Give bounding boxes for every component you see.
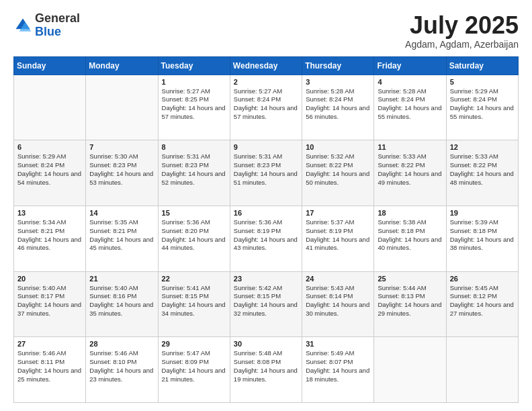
calendar-cell: 2Sunrise: 5:27 AMSunset: 8:24 PMDaylight…	[230, 75, 302, 140]
page: General Blue July 2025 Agdam, Agdam, Aze…	[0, 0, 532, 411]
col-monday: Monday	[86, 56, 158, 75]
day-info: Sunrise: 5:32 AMSunset: 8:22 PMDaylight:…	[306, 152, 370, 187]
calendar-cell: 16Sunrise: 5:36 AMSunset: 8:19 PMDayligh…	[230, 205, 302, 271]
calendar-cell: 26Sunrise: 5:45 AMSunset: 8:12 PMDayligh…	[446, 271, 518, 337]
day-number: 6	[17, 143, 82, 151]
day-number: 13	[17, 209, 82, 217]
calendar-cell: 20Sunrise: 5:40 AMSunset: 8:17 PMDayligh…	[14, 271, 86, 337]
day-info: Sunrise: 5:35 AMSunset: 8:21 PMDaylight:…	[89, 218, 154, 253]
day-info: Sunrise: 5:30 AMSunset: 8:23 PMDaylight:…	[89, 152, 154, 187]
col-friday: Friday	[374, 56, 446, 75]
day-info: Sunrise: 5:46 AMSunset: 8:10 PMDaylight:…	[89, 349, 154, 383]
calendar-cell: 4Sunrise: 5:28 AMSunset: 8:24 PMDaylight…	[374, 75, 446, 140]
day-info: Sunrise: 5:48 AMSunset: 8:08 PMDaylight:…	[234, 349, 298, 383]
logo: General Blue	[13, 12, 80, 39]
calendar-cell: 30Sunrise: 5:48 AMSunset: 8:08 PMDayligh…	[230, 337, 302, 403]
col-saturday: Saturday	[446, 56, 518, 75]
day-info: Sunrise: 5:46 AMSunset: 8:11 PMDaylight:…	[17, 349, 82, 383]
day-number: 31	[306, 340, 370, 348]
day-number: 14	[89, 209, 154, 217]
calendar-cell	[446, 337, 518, 403]
calendar-week-row: 1Sunrise: 5:27 AMSunset: 8:25 PMDaylight…	[14, 75, 519, 140]
calendar-cell: 15Sunrise: 5:36 AMSunset: 8:20 PMDayligh…	[158, 205, 230, 271]
day-info: Sunrise: 5:29 AMSunset: 8:24 PMDaylight:…	[450, 87, 515, 122]
col-sunday: Sunday	[14, 56, 86, 75]
calendar-cell: 8Sunrise: 5:31 AMSunset: 8:23 PMDaylight…	[158, 140, 230, 206]
day-number: 26	[450, 275, 515, 283]
day-number: 24	[306, 275, 370, 283]
calendar-cell: 24Sunrise: 5:43 AMSunset: 8:14 PMDayligh…	[302, 271, 374, 337]
calendar-cell: 14Sunrise: 5:35 AMSunset: 8:21 PMDayligh…	[86, 205, 158, 271]
day-info: Sunrise: 5:38 AMSunset: 8:18 PMDaylight:…	[378, 218, 442, 253]
day-number: 7	[89, 143, 154, 151]
day-info: Sunrise: 5:40 AMSunset: 8:17 PMDaylight:…	[17, 284, 82, 318]
calendar-cell: 17Sunrise: 5:37 AMSunset: 8:19 PMDayligh…	[302, 205, 374, 271]
calendar-cell: 12Sunrise: 5:33 AMSunset: 8:22 PMDayligh…	[446, 140, 518, 206]
day-number: 1	[162, 78, 226, 86]
day-number: 2	[234, 78, 298, 86]
day-number: 19	[450, 209, 515, 217]
day-info: Sunrise: 5:33 AMSunset: 8:22 PMDaylight:…	[450, 152, 515, 187]
calendar-cell: 10Sunrise: 5:32 AMSunset: 8:22 PMDayligh…	[302, 140, 374, 206]
day-info: Sunrise: 5:39 AMSunset: 8:18 PMDaylight:…	[450, 218, 515, 253]
calendar-cell: 27Sunrise: 5:46 AMSunset: 8:11 PMDayligh…	[14, 337, 86, 403]
day-info: Sunrise: 5:36 AMSunset: 8:20 PMDaylight:…	[162, 218, 226, 253]
calendar-cell	[374, 337, 446, 403]
day-info: Sunrise: 5:31 AMSunset: 8:23 PMDaylight:…	[234, 152, 298, 187]
day-number: 4	[378, 78, 442, 86]
day-info: Sunrise: 5:28 AMSunset: 8:24 PMDaylight:…	[306, 87, 370, 122]
calendar-cell: 5Sunrise: 5:29 AMSunset: 8:24 PMDaylight…	[446, 75, 518, 140]
month-title: July 2025	[405, 12, 519, 39]
day-info: Sunrise: 5:40 AMSunset: 8:16 PMDaylight:…	[89, 284, 154, 318]
day-info: Sunrise: 5:27 AMSunset: 8:25 PMDaylight:…	[162, 87, 226, 122]
day-number: 16	[234, 209, 298, 217]
day-info: Sunrise: 5:36 AMSunset: 8:19 PMDaylight:…	[234, 218, 298, 253]
day-number: 3	[306, 78, 370, 86]
day-number: 27	[17, 340, 82, 348]
calendar-week-row: 13Sunrise: 5:34 AMSunset: 8:21 PMDayligh…	[14, 205, 519, 271]
calendar-cell: 31Sunrise: 5:49 AMSunset: 8:07 PMDayligh…	[302, 337, 374, 403]
calendar-cell: 3Sunrise: 5:28 AMSunset: 8:24 PMDaylight…	[302, 75, 374, 140]
day-number: 23	[234, 275, 298, 283]
day-number: 30	[234, 340, 298, 348]
day-info: Sunrise: 5:41 AMSunset: 8:15 PMDaylight:…	[162, 284, 226, 318]
logo-general-text: General	[35, 11, 80, 25]
day-number: 21	[89, 275, 154, 283]
calendar-cell: 28Sunrise: 5:46 AMSunset: 8:10 PMDayligh…	[86, 337, 158, 403]
day-number: 22	[162, 275, 226, 283]
day-number: 18	[378, 209, 442, 217]
calendar-cell: 1Sunrise: 5:27 AMSunset: 8:25 PMDaylight…	[158, 75, 230, 140]
calendar-week-row: 27Sunrise: 5:46 AMSunset: 8:11 PMDayligh…	[14, 337, 519, 403]
day-info: Sunrise: 5:31 AMSunset: 8:23 PMDaylight:…	[162, 152, 226, 187]
day-info: Sunrise: 5:28 AMSunset: 8:24 PMDaylight:…	[378, 87, 442, 122]
calendar-week-row: 6Sunrise: 5:29 AMSunset: 8:24 PMDaylight…	[14, 140, 519, 206]
day-number: 12	[450, 143, 515, 151]
day-info: Sunrise: 5:49 AMSunset: 8:07 PMDaylight:…	[306, 349, 370, 383]
calendar-cell: 29Sunrise: 5:47 AMSunset: 8:09 PMDayligh…	[158, 337, 230, 403]
day-number: 8	[162, 143, 226, 151]
col-wednesday: Wednesday	[230, 56, 302, 75]
title-block: July 2025 Agdam, Agdam, Azerbaijan	[405, 12, 519, 50]
day-number: 25	[378, 275, 442, 283]
calendar-cell: 25Sunrise: 5:44 AMSunset: 8:13 PMDayligh…	[374, 271, 446, 337]
day-number: 9	[234, 143, 298, 151]
calendar-cell: 23Sunrise: 5:42 AMSunset: 8:15 PMDayligh…	[230, 271, 302, 337]
col-thursday: Thursday	[302, 56, 374, 75]
logo-blue-text: Blue	[35, 25, 61, 38]
col-tuesday: Tuesday	[158, 56, 230, 75]
calendar-cell: 19Sunrise: 5:39 AMSunset: 8:18 PMDayligh…	[446, 205, 518, 271]
day-info: Sunrise: 5:34 AMSunset: 8:21 PMDaylight:…	[17, 218, 82, 253]
calendar-cell	[14, 75, 86, 140]
day-number: 28	[89, 340, 154, 348]
calendar-week-row: 20Sunrise: 5:40 AMSunset: 8:17 PMDayligh…	[14, 271, 519, 337]
calendar-cell: 13Sunrise: 5:34 AMSunset: 8:21 PMDayligh…	[14, 205, 86, 271]
day-info: Sunrise: 5:44 AMSunset: 8:13 PMDaylight:…	[378, 284, 442, 318]
calendar-header-row: Sunday Monday Tuesday Wednesday Thursday…	[14, 56, 519, 75]
calendar-table: Sunday Monday Tuesday Wednesday Thursday…	[13, 56, 519, 403]
location-subtitle: Agdam, Agdam, Azerbaijan	[405, 39, 519, 50]
calendar-cell: 21Sunrise: 5:40 AMSunset: 8:16 PMDayligh…	[86, 271, 158, 337]
day-number: 20	[17, 275, 82, 283]
day-info: Sunrise: 5:37 AMSunset: 8:19 PMDaylight:…	[306, 218, 370, 253]
calendar-cell	[86, 75, 158, 140]
day-number: 5	[450, 78, 515, 86]
